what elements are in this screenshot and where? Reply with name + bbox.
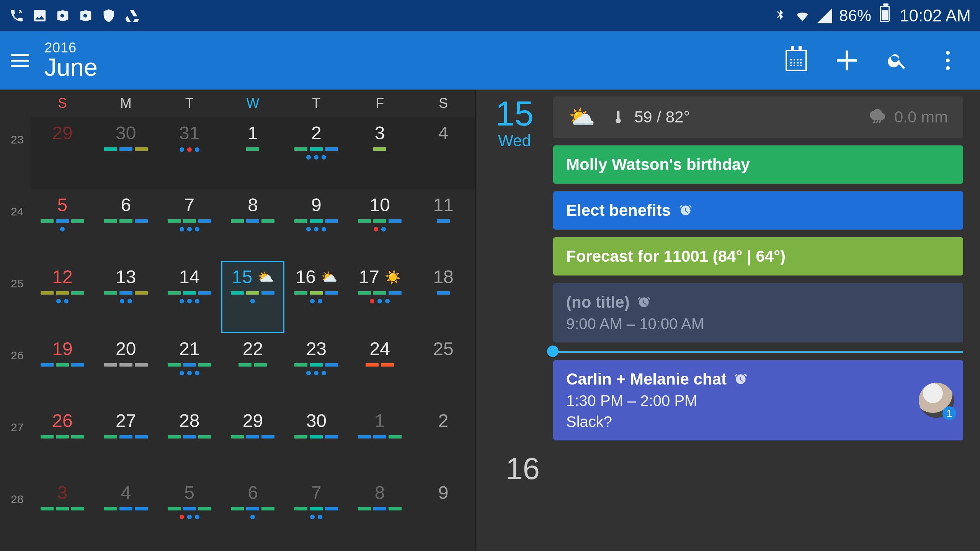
day-cell[interactable]: 7 bbox=[158, 189, 221, 261]
day-cell[interactable]: 4 bbox=[94, 477, 158, 549]
day-number: 13 bbox=[116, 266, 136, 287]
event-forecast[interactable]: Forecast for 11001 (84° | 64°) bbox=[553, 237, 963, 276]
day-number: 17 bbox=[359, 266, 379, 287]
day-number: 21 bbox=[179, 338, 199, 359]
day-cell[interactable]: 15⛅ bbox=[221, 261, 285, 333]
event-note: Slack? bbox=[566, 413, 748, 430]
agenda-pane[interactable]: 15 Wed ⛅ 59 / 82° 0.0 mm bbox=[475, 90, 980, 551]
event-bars bbox=[104, 435, 148, 439]
event-bars bbox=[294, 363, 338, 367]
day-cell[interactable]: 25 bbox=[412, 333, 475, 405]
event-dots bbox=[180, 227, 199, 231]
month-calendar[interactable]: SMTWTFS 23293031123424567891011251213141… bbox=[0, 90, 475, 551]
signal-icon bbox=[817, 8, 832, 23]
day-cell[interactable]: 3 bbox=[31, 477, 94, 549]
event-bars bbox=[294, 219, 338, 223]
week-row: 2619202122232425 bbox=[4, 333, 475, 405]
day-cell[interactable]: 21 bbox=[158, 333, 221, 405]
event-no-title[interactable]: (no title) 9:00 AM – 10:00 AM bbox=[553, 283, 963, 342]
event-dots bbox=[180, 299, 199, 303]
day-cell[interactable]: 11 bbox=[412, 189, 475, 261]
day-cell[interactable]: 5 bbox=[158, 477, 221, 549]
battery-icon bbox=[878, 6, 890, 26]
event-benefits[interactable]: Elect benefits bbox=[553, 191, 963, 230]
day-cell[interactable]: 13 bbox=[94, 261, 158, 333]
day-number: 4 bbox=[438, 122, 449, 143]
day-cell[interactable]: 16⛅ bbox=[284, 261, 348, 333]
day-cell[interactable]: 4 bbox=[412, 117, 475, 189]
day-cell[interactable]: 12 bbox=[31, 261, 94, 333]
day-cell[interactable]: 2 bbox=[412, 405, 475, 477]
day-cell[interactable]: 9 bbox=[284, 189, 348, 261]
search-button[interactable] bbox=[884, 47, 911, 74]
day-cell[interactable]: 24 bbox=[348, 333, 412, 405]
day-cell[interactable]: 1 bbox=[221, 117, 285, 189]
day-cell[interactable]: 5 bbox=[31, 189, 94, 261]
weather-card[interactable]: ⛅ 59 / 82° 0.0 mm bbox=[553, 96, 963, 138]
day-cell[interactable]: 22 bbox=[221, 333, 285, 405]
week-row: 2512131415⛅16⛅17☀️18 bbox=[4, 261, 475, 333]
day-cell[interactable]: 18 bbox=[412, 261, 475, 333]
event-dots bbox=[310, 299, 322, 303]
rain-icon bbox=[869, 109, 886, 126]
event-time: 9:00 AM – 10:00 AM bbox=[566, 315, 704, 333]
attendee-avatar[interactable]: 1 bbox=[919, 383, 954, 418]
event-title: Molly Watson's birthday bbox=[566, 155, 750, 174]
overflow-menu-button[interactable] bbox=[934, 47, 962, 74]
day-cell[interactable]: 27 bbox=[94, 405, 158, 477]
day-number: 2 bbox=[311, 122, 322, 143]
day-cell[interactable]: 30 bbox=[94, 117, 158, 189]
day-number: 6 bbox=[248, 482, 258, 503]
day-cell[interactable]: 14 bbox=[158, 261, 221, 333]
day-cell[interactable]: 8 bbox=[348, 477, 412, 549]
event-dots bbox=[306, 371, 326, 375]
event-bars bbox=[104, 147, 148, 151]
day-cell[interactable]: 29 bbox=[221, 405, 285, 477]
day-cell[interactable]: 6 bbox=[221, 477, 285, 549]
week-number: 25 bbox=[4, 261, 31, 333]
day-cell[interactable]: 19 bbox=[31, 333, 94, 405]
event-bars bbox=[168, 219, 211, 223]
day-number: 8 bbox=[375, 482, 385, 503]
menu-button[interactable] bbox=[5, 45, 35, 76]
event-bars bbox=[231, 507, 274, 511]
day-number: 5 bbox=[184, 482, 194, 503]
event-birthday[interactable]: Molly Watson's birthday bbox=[553, 145, 963, 184]
event-bars bbox=[41, 219, 84, 223]
day-cell[interactable]: 2 bbox=[284, 117, 348, 189]
day-cell[interactable]: 26 bbox=[31, 405, 94, 477]
event-chat[interactable]: Carlin + Melanie chat 1:30 PM – 2:00 PM … bbox=[553, 360, 963, 440]
day-cell[interactable]: 3 bbox=[348, 117, 412, 189]
week-number: 26 bbox=[4, 333, 31, 405]
day-cell[interactable]: 17☀️ bbox=[348, 261, 412, 333]
day-cell[interactable]: 30 bbox=[284, 405, 348, 477]
day-cell[interactable]: 23 bbox=[284, 333, 348, 405]
android-statusbar: 86% 10:02 AM bbox=[0, 0, 980, 31]
agenda-day-of-week: Wed bbox=[490, 132, 539, 150]
day-cell[interactable]: 31 bbox=[158, 117, 221, 189]
event-bars bbox=[366, 363, 394, 367]
day-number: 15 bbox=[232, 266, 252, 287]
event-title: Carlin + Melanie chat bbox=[566, 370, 727, 388]
day-cell[interactable]: 20 bbox=[94, 333, 158, 405]
agenda-next-day[interactable]: 16 bbox=[490, 451, 963, 486]
today-button[interactable] bbox=[782, 47, 810, 74]
day-number: 26 bbox=[52, 410, 72, 431]
day-cell[interactable]: 9 bbox=[412, 477, 475, 549]
day-cell[interactable]: 29 bbox=[31, 117, 94, 189]
day-cell[interactable]: 1 bbox=[348, 405, 412, 477]
weekday-label: S bbox=[31, 95, 94, 111]
attendee-count-badge: 1 bbox=[942, 406, 956, 420]
event-bars bbox=[104, 363, 148, 367]
day-cell[interactable]: 7 bbox=[284, 477, 348, 549]
day-cell[interactable]: 28 bbox=[158, 405, 221, 477]
title-month: June bbox=[44, 55, 98, 80]
add-event-button[interactable] bbox=[833, 47, 861, 74]
agenda-date[interactable]: 15 Wed bbox=[490, 96, 539, 150]
day-cell[interactable]: 10 bbox=[348, 189, 412, 261]
title-block[interactable]: 2016 June bbox=[44, 41, 98, 81]
day-cell[interactable]: 8 bbox=[221, 189, 285, 261]
event-title: Elect benefits bbox=[566, 201, 671, 220]
agenda-day-header: 15 Wed ⛅ 59 / 82° 0.0 mm bbox=[490, 96, 963, 440]
day-cell[interactable]: 6 bbox=[94, 189, 158, 261]
